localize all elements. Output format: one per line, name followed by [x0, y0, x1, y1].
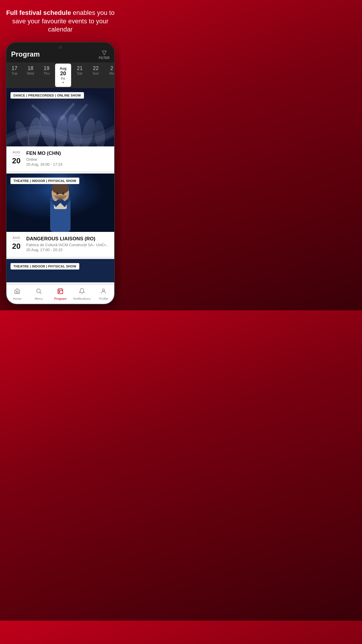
svg-point-25	[102, 289, 104, 291]
events-list: DANCE | PRERECORDED | ONLINE SHOW	[6, 88, 114, 285]
nav-item-home[interactable]: Home	[6, 285, 28, 304]
nav-label-notifications: Notifications	[73, 297, 91, 300]
date-item-17[interactable]: 17 Tue	[6, 62, 22, 88]
event-details-1: FEN MO (CHN) Online 20 Aug, 16:00 - 17:2…	[26, 150, 110, 167]
filter-button[interactable]: ▽ FILTER	[99, 49, 110, 60]
date-item-20-active[interactable]: Aug 20 Fri ▾	[55, 64, 71, 87]
search-icon	[36, 288, 42, 296]
event-tag-3: THEATRE | INDOOR | PHYSICAL SHOW	[10, 263, 79, 270]
date-picker: 17 Tue 18 Wed 19 Thu Aug 20 Fri ▾ 21 Sat	[6, 62, 114, 88]
svg-point-15	[62, 192, 64, 195]
nav-item-notifications[interactable]: Notifications	[71, 285, 93, 304]
svg-rect-24	[59, 292, 60, 293]
hero-text: Full festival schedule enables you to sa…	[6, 9, 115, 34]
app-screen: Program ▽ FILTER 17 Tue 18 Wed 19 Thu Au…	[6, 43, 114, 304]
event-title-2: DANGEROUS LIAISONS (RO)	[26, 236, 110, 242]
event-info-1: AUG 20 FEN MO (CHN) Online 20 Aug, 16:00…	[6, 146, 114, 171]
app-title: Program	[11, 50, 40, 58]
hero-bold: Full festival schedule	[6, 9, 71, 16]
nav-label-program: Program	[54, 297, 66, 300]
svg-point-18	[37, 289, 41, 293]
event-date-2: AUG 20	[11, 236, 22, 250]
phone-mockup: Program ▽ FILTER 17 Tue 18 Wed 19 Thu Au…	[6, 42, 115, 304]
home-icon	[14, 288, 20, 296]
svg-line-19	[40, 292, 41, 294]
camera-notch	[59, 46, 62, 49]
event-time-2: 20 Aug, 17:00 - 20:15	[26, 248, 110, 252]
bell-icon	[79, 288, 85, 296]
event-venue-2: Fabrica de Cultură IACM Construcții SA– …	[26, 243, 110, 247]
event-image-wrapper-2: THEATRE | INDOOR | PHYSICAL SHOW	[6, 174, 114, 232]
date-item-19[interactable]: 19 Thu	[38, 62, 55, 88]
svg-point-13	[52, 182, 69, 194]
event-card-1[interactable]: DANCE | PRERECORDED | ONLINE SHOW	[6, 88, 114, 171]
filter-icon: ▽	[102, 49, 106, 56]
event-image-wrapper-1: DANCE | PRERECORDED | ONLINE SHOW	[6, 88, 114, 146]
event-card-3[interactable]: THEATRE | INDOOR | PHYSICAL SHOW	[6, 259, 114, 282]
event-card-2[interactable]: THEATRE | INDOOR | PHYSICAL SHOW	[6, 174, 114, 257]
nav-item-menu[interactable]: Menu	[28, 285, 50, 304]
event-image-wrapper-3: THEATRE | INDOOR | PHYSICAL SHOW	[6, 259, 114, 282]
event-info-2: AUG 20 DANGEROUS LIAISONS (RO) Fabrica d…	[6, 232, 114, 257]
event-image-theatre2	[6, 259, 114, 282]
event-time-1: 20 Aug, 16:00 - 17:24	[26, 162, 110, 167]
svg-point-14	[56, 192, 59, 195]
date-item-21[interactable]: 21 Sat	[72, 62, 88, 88]
nav-label-profile: Profile	[99, 297, 108, 300]
svg-rect-17	[6, 259, 114, 282]
event-tag-2: THEATRE | INDOOR | PHYSICAL SHOW	[10, 178, 79, 184]
nav-label-home: Home	[13, 297, 21, 300]
filter-label: FILTER	[99, 56, 110, 60]
nav-item-profile[interactable]: Profile	[93, 285, 114, 304]
nav-item-program[interactable]: Program	[50, 285, 71, 304]
svg-rect-20	[58, 289, 63, 294]
nav-label-menu: Menu	[35, 297, 43, 300]
event-title-1: FEN MO (CHN)	[26, 150, 110, 156]
date-item-18[interactable]: 18 Wed	[22, 62, 38, 88]
event-date-1: AUG 20	[11, 150, 22, 164]
date-item-22[interactable]: 22 Sun	[88, 62, 104, 88]
event-venue-1: Online	[26, 157, 110, 162]
bottom-nav: Home Menu	[6, 285, 114, 304]
event-tag-1: DANCE | PRERECORDED | ONLINE SHOW	[10, 92, 84, 99]
date-item-23[interactable]: 2 Mo	[104, 62, 114, 88]
profile-icon	[100, 288, 107, 296]
calendar-icon	[57, 288, 64, 296]
event-details-2: DANGEROUS LIAISONS (RO) Fabrica de Cultu…	[26, 236, 110, 252]
